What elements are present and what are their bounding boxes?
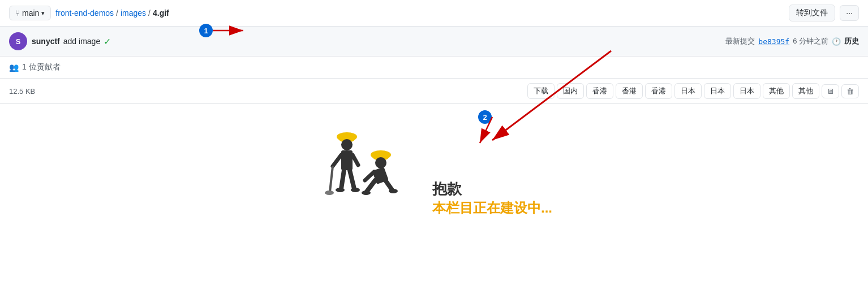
branch-selector[interactable]: ⑂ main ▾ [9, 6, 51, 20]
branch-icon: ⑂ [15, 8, 20, 18]
construction-line2: 本栏目正在建设中... [432, 199, 552, 217]
monitor-icon-button[interactable]: 🖥 [822, 84, 839, 98]
svg-line-16 [367, 180, 375, 192]
svg-point-14 [375, 157, 386, 168]
annotation-circle-2: 2 [478, 110, 492, 124]
svg-point-2 [341, 139, 353, 150]
download-button[interactable]: 下载 [527, 83, 555, 99]
jp1-button[interactable]: 日本 [674, 83, 702, 99]
commit-status-icon: ✓ [104, 36, 111, 47]
svg-rect-3 [341, 150, 353, 170]
file-bar: 12.5 KB 下载 国内 香港 香港 香港 日本 日本 日本 其他 其他 🖥 … [0, 79, 868, 104]
svg-point-8 [336, 188, 345, 192]
svg-point-19 [389, 189, 398, 193]
top-bar: ⑂ main ▾ front-end-demos / images / 4.gi… [0, 0, 868, 27]
jp2-button[interactable]: 日本 [704, 83, 731, 99]
workers-illustration [316, 127, 418, 217]
top-bar-right: 转到文件 ··· [789, 5, 859, 21]
commit-info: sunyctf add image ✓ [32, 36, 721, 47]
hk2-button[interactable]: 香港 [616, 83, 643, 99]
more-options-button[interactable]: ··· [840, 5, 859, 21]
avatar: S [9, 32, 27, 50]
branch-name: main [22, 8, 39, 18]
history-label: 历史 [844, 36, 859, 46]
svg-line-5 [353, 155, 358, 165]
file-actions: 下载 国内 香港 香港 香港 日本 日本 日本 其他 其他 🖥 🗑 [527, 83, 859, 99]
svg-point-18 [362, 191, 371, 195]
file-size: 12.5 KB [9, 87, 523, 96]
jp3-button[interactable]: 日本 [733, 83, 760, 99]
construction-line1: 抱款 [432, 179, 552, 199]
page-container: ⑂ main ▾ front-end-demos / images / 4.gi… [0, 0, 868, 303]
svg-line-20 [365, 172, 374, 180]
goto-file-button[interactable]: 转到文件 [789, 5, 835, 21]
domestic-button[interactable]: 国内 [557, 83, 584, 99]
hk1-button[interactable]: 香港 [586, 83, 613, 99]
other1-button[interactable]: 其他 [763, 83, 790, 99]
file-content: 抱款 本栏目正在建设中... [0, 104, 868, 240]
breadcrumb-file: 4.gif [153, 8, 169, 18]
commit-hash[interactable]: be8395f [758, 37, 789, 46]
commit-right: 最新提交 be8395f 6 分钟之前 🕐 历史 [725, 36, 859, 46]
hk3-button[interactable]: 香港 [645, 83, 672, 99]
svg-line-7 [350, 170, 354, 189]
svg-line-17 [385, 180, 392, 190]
breadcrumb-folder[interactable]: images [121, 8, 146, 18]
contributors-text: 1 位贡献者 [22, 62, 61, 72]
svg-line-4 [333, 155, 341, 166]
construction-scene: 抱款 本栏目正在建设中... [316, 127, 552, 217]
clock-icon: 🕐 [832, 37, 841, 46]
delete-icon-button[interactable]: 🗑 [841, 84, 859, 98]
chevron-down-icon: ▾ [41, 10, 45, 17]
svg-point-9 [351, 188, 360, 192]
commit-bar: S sunyctf add image ✓ 最新提交 be8395f 6 分钟之… [0, 27, 868, 57]
breadcrumb: front-end-demos / images / 4.gif [55, 8, 784, 18]
contributors-icon: 👥 [9, 63, 19, 72]
breadcrumb-sep2: / [148, 8, 151, 18]
annotation-circle-1: 1 [199, 24, 213, 37]
contributors-bar: 👥 1 位贡献者 [0, 57, 868, 79]
breadcrumb-sep1: / [116, 8, 118, 18]
history-link[interactable]: 历史 [844, 36, 859, 46]
commit-time: 6 分钟之前 [793, 36, 828, 46]
svg-line-10 [330, 166, 333, 192]
latest-commit-label: 最新提交 [725, 36, 755, 46]
svg-line-6 [341, 170, 344, 189]
commit-message: add image [63, 37, 100, 46]
commit-author[interactable]: sunyctf [32, 37, 60, 46]
breadcrumb-repo[interactable]: front-end-demos [55, 8, 114, 18]
other2-button[interactable]: 其他 [792, 83, 819, 99]
svg-point-11 [325, 191, 334, 195]
